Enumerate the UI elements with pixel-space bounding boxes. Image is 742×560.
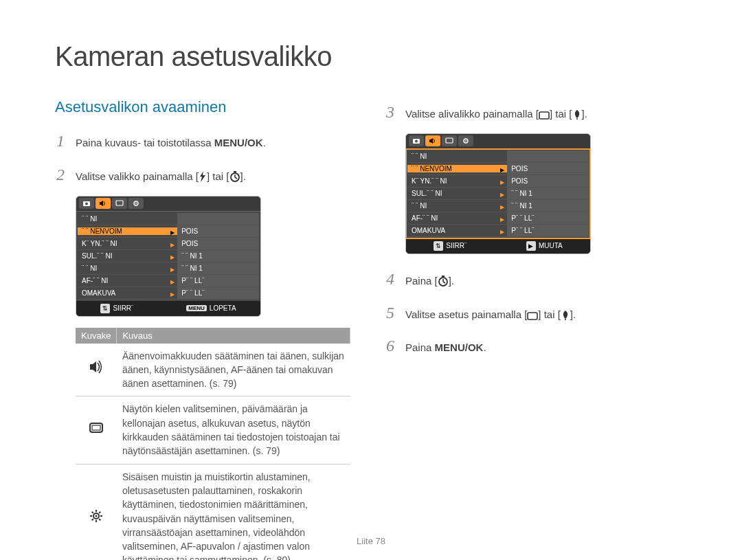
cam1-footer-quit: LOPETA xyxy=(210,304,236,312)
cam1-row-0: ¨ ¨ NENVOIM▶POIS xyxy=(78,225,259,238)
cam2-r5-r: P¨ ¨ LL¨ xyxy=(507,225,589,236)
cam2-body: ¨ ¨ NI ¨ ¨ NENVOIM▶POIS K¨ YN.¨ ¨ NI▶POI… xyxy=(406,149,590,238)
right-icon: ▶ xyxy=(526,241,536,251)
macro-icon xyxy=(572,107,582,125)
cam1-header-right xyxy=(177,213,259,225)
cam1-header: ¨ ¨ NI xyxy=(78,213,259,225)
step-2-text: Valitse valikko painamalla [] tai []. xyxy=(76,168,246,188)
svg-rect-10 xyxy=(92,425,100,430)
cam1-r2-l: SUL.¨ ¨ NI xyxy=(82,252,112,260)
cam2-r1-r: POIS xyxy=(507,175,589,187)
step-1-text: Paina kuvaus- tai toistotilassa MENU/OK. xyxy=(76,134,266,152)
cam1-r1-r: POIS xyxy=(177,238,259,249)
step-3-post: ]. xyxy=(582,108,587,120)
camera-screen-2: ¨ ¨ NI ¨ ¨ NENVOIM▶POIS K¨ YN.¨ ¨ NI▶POI… xyxy=(405,133,591,254)
right-column: 3 Valitse alivalikko painamalla [] tai [… xyxy=(385,98,687,560)
cam1-r0-r: POIS xyxy=(177,225,259,237)
step-2: 2 Valitse valikko painamalla [] tai []. xyxy=(55,161,357,189)
cam1-r5-r: P¨ ¨ LL¨ xyxy=(177,287,259,299)
macro-icon xyxy=(561,308,570,326)
caret-icon: ▶ xyxy=(170,229,175,235)
legend-row-1: Näytön kielen valitseminen, päivämäärän … xyxy=(76,396,350,464)
step-4-post: ]. xyxy=(449,275,454,287)
cam2-row-5: OMAKUVA▶P¨ ¨ LL¨ xyxy=(407,225,589,237)
gear-tab-icon xyxy=(128,198,144,209)
page-footer: Liite 78 xyxy=(55,536,687,546)
cam2-r4-r: P¨ ¨ LL¨ xyxy=(507,212,589,224)
step-num-6: 6 xyxy=(385,332,396,360)
cam1-row-4: AF-¨ ¨ NI▶P¨ ¨ LL¨ xyxy=(78,275,259,287)
speaker-icon xyxy=(76,344,117,396)
cam2-header-right xyxy=(507,150,589,162)
svg-point-27 xyxy=(465,140,466,142)
step-6-post: . xyxy=(483,341,486,353)
section-heading: Asetusvalikon avaaminen xyxy=(55,98,357,116)
step-num-1: 1 xyxy=(55,127,66,155)
gear-tab-icon xyxy=(458,135,473,146)
caret-icon: ▶ xyxy=(500,216,504,222)
step-3-mid: ] tai [ xyxy=(550,108,572,120)
legend-header-desc: Kuvaus xyxy=(117,328,350,344)
cam2-r0-r: POIS xyxy=(507,163,589,175)
cam2-r4-l: AF-¨ ¨ NI xyxy=(412,214,438,222)
cam1-footer-move: SIIRR¨ xyxy=(113,304,133,312)
camera-tab-icon xyxy=(79,198,94,209)
legend-table: Kuvake Kuvaus Äänenvoimakkuuden säätämin… xyxy=(76,328,350,560)
cam2-row-1: K¨ YN.¨ ¨ NI▶POIS xyxy=(407,175,589,188)
step-5-text: Valitse asetus painamalla [] tai []. xyxy=(405,306,576,326)
svg-line-19 xyxy=(99,512,100,513)
cam1-row-3: ¨ ¨ NI▶¨ ¨ NI 1 xyxy=(78,262,259,275)
caret-icon: ▶ xyxy=(170,242,175,247)
step-3: 3 Valitse alivalikko painamalla [] tai [… xyxy=(385,98,687,126)
caret-icon: ▶ xyxy=(500,179,504,185)
svg-point-20 xyxy=(95,515,97,517)
cam1-r1-l: K¨ YN.¨ ¨ NI xyxy=(82,240,117,247)
step-num-3: 3 xyxy=(385,98,396,126)
step-4: 4 Paina []. xyxy=(385,265,687,293)
cam2-r3-l: ¨ ¨ NI xyxy=(412,202,427,210)
cam1-row-2: SUL.¨ ¨ NI▶¨ ¨ NI 1 xyxy=(78,250,259,262)
cam1-r5-l: OMAKUVA xyxy=(82,289,115,297)
cam2-r2-r: ¨ ¨ NI 1 xyxy=(507,188,589,199)
menu-ok-label-2: MENU/OK xyxy=(435,341,484,353)
cam2-row-2: SUL.¨ ¨ NI▶¨ ¨ NI 1 xyxy=(407,188,589,200)
speaker-tab-icon xyxy=(425,135,440,146)
step-6-text: Paina MENU/OK. xyxy=(405,339,486,357)
step-1-pre: Paina kuvaus- tai toistotilassa xyxy=(76,137,214,148)
cam2-r1-l: K¨ YN.¨ ¨ NI xyxy=(412,177,447,185)
caret-icon: ▶ xyxy=(500,192,504,197)
cam1-tabs xyxy=(76,197,260,212)
svg-line-30 xyxy=(443,282,445,283)
caret-icon: ▶ xyxy=(500,229,504,234)
display-tab-icon xyxy=(442,135,457,146)
step-3-text: Valitse alivalikko painamalla [] tai []. xyxy=(405,105,587,125)
svg-rect-25 xyxy=(446,138,453,143)
display-icon xyxy=(76,396,117,464)
step-5-mid: ] tai [ xyxy=(538,309,561,320)
speaker-tab-icon xyxy=(95,198,111,209)
cam2-r5-l: OMAKUVA xyxy=(412,227,445,234)
svg-line-17 xyxy=(99,519,100,520)
footer-label: Liite xyxy=(357,536,373,546)
svg-line-16 xyxy=(92,512,93,513)
cam1-row-1: K¨ YN.¨ ¨ NI▶POIS xyxy=(78,238,259,250)
menu-ok-label: MENU/OK xyxy=(214,137,263,148)
caret-icon: ▶ xyxy=(500,167,504,172)
flash-icon xyxy=(199,170,207,188)
timer-icon xyxy=(438,274,449,292)
step-4-text: Paina []. xyxy=(405,272,454,292)
caret-icon: ▶ xyxy=(170,254,175,260)
updown-icon: ⇅ xyxy=(434,241,443,251)
caret-icon: ▶ xyxy=(500,204,504,210)
menu-btn-icon: MENU xyxy=(186,305,207,311)
cam2-row-3: ¨ ¨ NI▶¨ ¨ NI 1 xyxy=(407,200,589,212)
svg-line-18 xyxy=(92,519,93,520)
step-1: 1 Paina kuvaus- tai toistotilassa MENU/O… xyxy=(55,127,357,155)
cam2-footer-change: MUUTA xyxy=(539,242,563,249)
cam2-r2-l: SUL.¨ ¨ NI xyxy=(412,190,442,197)
cam1-body: ¨ ¨ NI ¨ ¨ NENVOIM▶POIS K¨ YN.¨ ¨ NI▶POI… xyxy=(76,212,260,301)
caret-icon: ▶ xyxy=(170,267,175,272)
cam1-r0-l: ¨ ¨ NENVOIM xyxy=(82,227,122,235)
step-2-mid: ] tai [ xyxy=(207,170,229,182)
cam1-footer: ⇅SIIRR¨ MENULOPETA xyxy=(76,301,260,316)
